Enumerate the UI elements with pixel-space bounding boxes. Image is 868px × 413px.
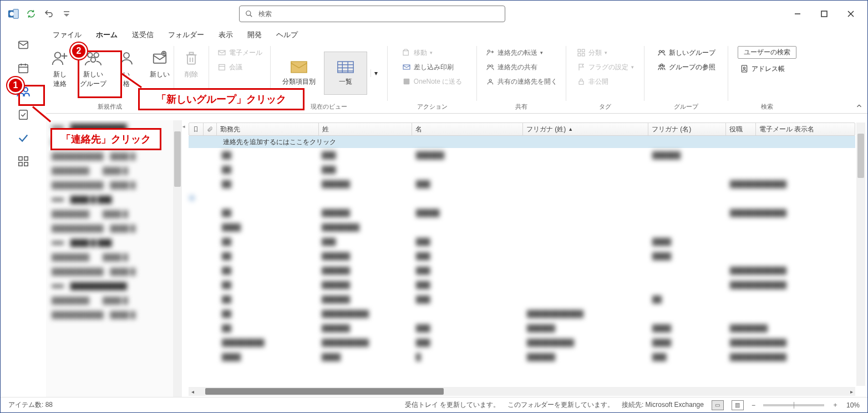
svg-point-55 (489, 79, 491, 81)
user-search-input[interactable]: ユーザーの検索 (738, 46, 796, 59)
tab-view[interactable]: 表示 (216, 29, 235, 41)
table-row[interactable]: ███████████████████████ (189, 177, 855, 191)
svg-point-68 (743, 67, 745, 69)
tab-develop[interactable]: 開発 (245, 29, 264, 41)
table-row[interactable]: ██████████████████████████████ (189, 350, 855, 364)
table-row[interactable]: █████████████ (189, 292, 855, 307)
zoom-slider[interactable] (763, 404, 824, 406)
new-contact-row[interactable]: 連絡先を追加するにはここをクリック (189, 136, 855, 148)
viewmode-normal[interactable]: ▭ (712, 400, 724, 410)
addressbook-button[interactable]: アドレス帳 (738, 62, 787, 75)
table-row[interactable]: ███████████████ (189, 249, 855, 263)
table-row[interactable]: ████████████ (189, 220, 855, 234)
open-shared-button[interactable]: 共有の連絡先を開く (484, 75, 560, 88)
col-furi-last[interactable]: フリガナ (姓)▲ (523, 123, 648, 135)
nav-calendar-icon[interactable] (16, 60, 31, 76)
annotation-label-1: 「連絡先」クリック (50, 128, 161, 150)
col-company[interactable]: 勤務先 (217, 123, 319, 135)
group-label-tag: タグ (599, 101, 611, 112)
svg-point-2 (10, 12, 14, 16)
table-row[interactable]: ███████████████████████ (189, 278, 855, 292)
svg-rect-57 (582, 49, 585, 52)
nav-mail-icon[interactable] (16, 37, 31, 53)
search-icon (245, 10, 253, 18)
svg-rect-56 (578, 49, 581, 52)
table-row[interactable]: █████████████████████████ (189, 206, 855, 220)
move-button[interactable]: 移動▾ (400, 46, 464, 59)
undo-icon[interactable] (43, 8, 55, 20)
table-row[interactable]: ███████████████████████ (189, 263, 855, 278)
tab-folder[interactable]: フォルダー (166, 29, 206, 41)
status-bar: アイテム数: 88 受信トレイ を更新しています。 このフォルダーを更新していま… (1, 397, 867, 412)
svg-rect-1 (13, 9, 18, 19)
zoom-plus[interactable]: ＋ (832, 400, 839, 410)
svg-rect-42 (291, 62, 307, 73)
col-email[interactable]: 電子メール 表示名 (756, 123, 855, 135)
private-button[interactable]: 非公開 (575, 75, 636, 88)
col-lastname[interactable]: 姓 (319, 123, 412, 135)
table-row[interactable]: ████████████████████████████████████████… (189, 335, 855, 350)
ribbon-tabs: ファイル ホーム 送受信 フォルダー 表示 開発 ヘルプ (1, 27, 867, 43)
col-furi-first[interactable]: フリガナ (名) (648, 123, 726, 135)
new-group-ribbon-button[interactable]: 新しいグループ (655, 46, 718, 59)
search-input[interactable]: 検索 (239, 6, 505, 22)
svg-rect-40 (219, 64, 225, 70)
email-button[interactable]: 電子メール (215, 46, 265, 59)
table-row[interactable]: ⦿ (189, 191, 855, 206)
tab-help[interactable]: ヘルプ (274, 29, 300, 41)
svg-point-64 (659, 65, 661, 67)
delete-button[interactable]: 削除 (176, 45, 206, 81)
maximize-button[interactable] (811, 1, 837, 27)
table-row[interactable]: ████████████████████████ (189, 307, 855, 321)
mailmerge-button[interactable]: 差し込み印刷 (400, 60, 464, 74)
tab-file[interactable]: ファイル (50, 29, 84, 41)
svg-rect-3 (64, 11, 69, 12)
col-title[interactable]: 役職 (726, 123, 756, 135)
view-more-button[interactable]: ▾ (370, 69, 380, 77)
new-item-button[interactable]: 新しい (145, 45, 175, 81)
col-icon[interactable] (189, 123, 204, 135)
tab-sendrecv[interactable]: 送受信 (130, 29, 156, 41)
svg-rect-58 (578, 53, 581, 56)
table-row[interactable]: █████ (189, 162, 855, 177)
folder-scrollbar[interactable] (173, 120, 182, 397)
svg-rect-18 (19, 110, 28, 120)
annotation-badge-2: 2 (70, 43, 87, 59)
zoom-minus[interactable]: − (752, 401, 755, 409)
minimize-button[interactable] (784, 1, 811, 27)
forward-contact-button[interactable]: 連絡先の転送▾ (484, 46, 560, 59)
table-row[interactable]: █████████████████████████████ (189, 321, 855, 335)
qat-more-icon[interactable] (60, 8, 73, 20)
categorize-button[interactable]: 分類▾ (575, 46, 636, 59)
group-label-new: 新規作成 (98, 101, 122, 112)
svg-rect-59 (582, 53, 585, 56)
viewmode-reading[interactable]: ▥ (732, 400, 744, 410)
svg-rect-38 (190, 53, 194, 55)
onenote-button[interactable]: OneNote に送る (400, 75, 464, 88)
grid-header: 勤務先 姓 名 フリガナ (姓)▲ フリガナ (名) 役職 電子メール 表示名 (189, 123, 855, 136)
svg-rect-61 (579, 81, 583, 84)
list-scrollbar-v[interactable] (856, 123, 865, 386)
share-contacts-button[interactable]: 連絡先の共有 (484, 60, 560, 74)
svg-rect-51 (403, 79, 409, 85)
table-row[interactable]: ████████████ (189, 234, 855, 249)
tab-home[interactable]: ホーム (94, 29, 120, 41)
flag-button[interactable]: フラグの設定▾ (575, 60, 636, 74)
list-scrollbar-h[interactable]: ◂▸ (189, 387, 855, 396)
col-firstname[interactable]: 名 (412, 123, 523, 135)
browse-groups-button[interactable]: グループの参照 (655, 60, 718, 74)
table-row[interactable]: █████████████████ (189, 148, 855, 162)
folder-pane[interactable]: ■■■ ████████████ ████████ ████ █ ███████… (46, 120, 182, 397)
refresh-icon[interactable] (25, 8, 37, 20)
svg-point-5 (246, 11, 251, 16)
group-label-actions: アクション (417, 101, 448, 112)
svg-point-62 (659, 50, 661, 53)
col-attachment[interactable] (204, 123, 217, 135)
close-button[interactable] (837, 1, 864, 27)
collapse-ribbon-icon[interactable] (855, 102, 863, 110)
view-list-button[interactable]: 一覧 (324, 52, 367, 95)
meeting-button[interactable]: 会議 (215, 60, 265, 74)
svg-point-65 (661, 64, 662, 65)
svg-marker-4 (64, 14, 69, 17)
search-placeholder: 検索 (258, 9, 272, 19)
